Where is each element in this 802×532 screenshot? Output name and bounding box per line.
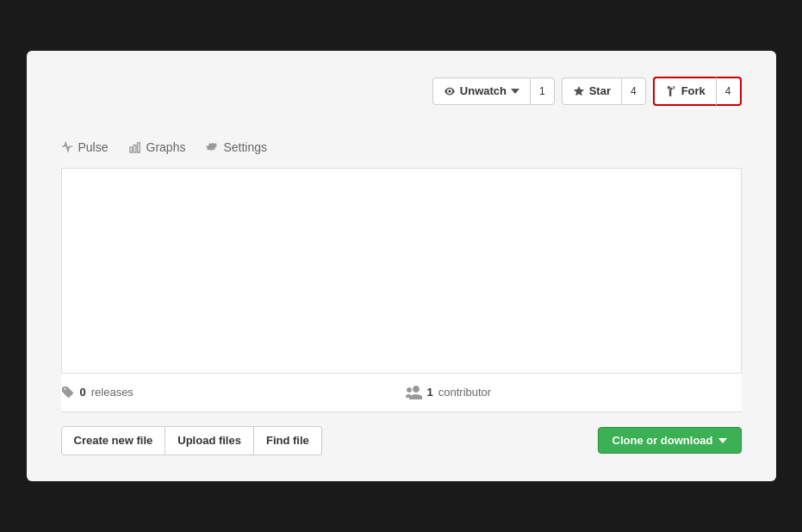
pulse-icon: [61, 141, 73, 153]
svg-rect-0: [129, 147, 132, 152]
star-count[interactable]: 4: [621, 77, 646, 105]
tab-settings[interactable]: Settings: [206, 137, 267, 158]
clone-or-download-button[interactable]: Clone or download: [598, 427, 742, 454]
contributors-stat[interactable]: 1 contributor: [398, 386, 742, 399]
people-icon: [405, 386, 422, 399]
file-actions-group: Create new file Upload files Find file: [61, 426, 322, 455]
svg-rect-2: [137, 143, 140, 152]
fork-label: Fork: [681, 84, 706, 99]
unwatch-count[interactable]: 1: [530, 77, 555, 105]
stats-row: 0 releases 1 contributor: [61, 373, 742, 412]
eye-icon: [444, 85, 456, 97]
create-new-file-button[interactable]: Create new file: [61, 426, 166, 455]
pulse-tab-label: Pulse: [78, 140, 109, 154]
upload-files-button[interactable]: Upload files: [165, 426, 254, 455]
graphs-icon: [129, 141, 141, 153]
unwatch-button[interactable]: Unwatch: [432, 77, 530, 105]
content-area: [61, 169, 742, 373]
unwatch-group: Unwatch 1: [432, 77, 555, 105]
releases-count: 0: [80, 386, 86, 399]
fork-icon: [665, 85, 677, 97]
clone-dropdown-icon: [718, 438, 727, 443]
star-icon: [573, 85, 585, 97]
tag-icon: [61, 386, 75, 399]
tab-graphs[interactable]: Graphs: [129, 137, 186, 158]
unwatch-label: Unwatch: [460, 84, 507, 99]
clone-or-download-label: Clone or download: [612, 434, 713, 447]
fork-button[interactable]: Fork: [653, 77, 716, 106]
graphs-tab-label: Graphs: [146, 140, 186, 154]
releases-stat[interactable]: 0 releases: [61, 386, 398, 399]
releases-label: releases: [91, 386, 134, 399]
main-card: Unwatch 1 Star 4 Fork: [27, 51, 776, 481]
nav-tabs: Pulse Graphs Settings: [61, 127, 742, 169]
settings-tab-label: Settings: [223, 140, 267, 154]
find-file-button[interactable]: Find file: [254, 426, 322, 455]
top-bar: Unwatch 1 Star 4 Fork: [61, 77, 742, 127]
contributors-count: 1: [427, 386, 433, 399]
contributors-label: contributor: [438, 386, 491, 399]
star-button[interactable]: Star: [562, 77, 621, 105]
dropdown-arrow-icon: [511, 89, 519, 94]
fork-group: Fork 4: [653, 77, 742, 106]
action-row: Create new file Upload files Find file C…: [61, 412, 742, 455]
settings-icon: [206, 141, 218, 153]
fork-count[interactable]: 4: [716, 77, 742, 106]
star-label: Star: [589, 84, 611, 99]
star-group: Star 4: [562, 77, 646, 105]
svg-rect-1: [134, 145, 136, 153]
tab-pulse[interactable]: Pulse: [61, 137, 109, 158]
